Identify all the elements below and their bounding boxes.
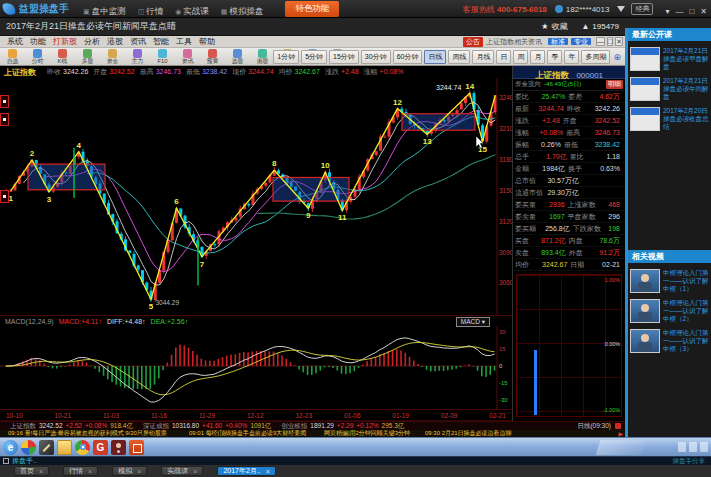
refresh-icon[interactable] <box>615 423 621 429</box>
mode-button[interactable]: 专业 <box>571 38 591 45</box>
titlebar-menu[interactable]: ▦模拟操盘 <box>221 6 264 18</box>
period-button[interactable]: 年 <box>564 50 579 64</box>
video-item[interactable]: 2017年2月20日操盘必读收盘总结 <box>630 107 709 131</box>
ticker-item[interactable]: 09:01 每经|顶级操盘手盘前必读9大财经要闻 <box>189 430 306 437</box>
toolbar-button[interactable]: 多股 <box>75 48 100 65</box>
video-thumbnail[interactable] <box>630 299 660 323</box>
toolbar-button[interactable]: 主力 <box>125 48 150 65</box>
taskbar-icon-folder[interactable] <box>57 440 72 455</box>
menu-item[interactable]: 智能 <box>153 37 169 46</box>
menu-item[interactable]: 功能 <box>30 37 46 46</box>
maximize-button[interactable]: □ <box>689 7 694 16</box>
ticker-more-icon[interactable]: ▶ <box>618 430 623 437</box>
bottom-tab[interactable]: 实战课× <box>161 466 203 476</box>
favorite-button[interactable]: ★收藏 <box>541 21 567 32</box>
feature-button[interactable]: 特色功能 <box>285 1 339 17</box>
toolbar-button[interactable]: K线 <box>50 48 75 65</box>
titlebar-menu[interactable]: ▣盘中监测 <box>83 6 126 18</box>
toolbar-button[interactable]: 分时 <box>25 48 50 65</box>
taskbar-icon-pencil[interactable] <box>39 440 54 455</box>
notice-badge[interactable]: 公告 <box>463 37 483 47</box>
video-thumbnail[interactable] <box>630 107 660 131</box>
taskbar-icon-msn[interactable] <box>21 440 36 455</box>
video-item[interactable]: 2017年2月21日操盘必读午间解盘 <box>630 77 709 101</box>
period-button[interactable]: 周线 <box>448 50 470 64</box>
tray-icon[interactable] <box>678 442 686 452</box>
period-button[interactable]: 1分钟 <box>273 50 299 64</box>
toolbar-button[interactable]: F10 <box>150 48 175 65</box>
taskbar-icon-person[interactable] <box>111 440 126 455</box>
period-button[interactable]: 季 <box>547 50 562 64</box>
toolbar-button[interactable]: 自选 <box>0 48 25 65</box>
inner-minimize-button[interactable]: — <box>596 37 605 46</box>
skin-selector[interactable]: 经典 <box>631 3 653 15</box>
period-button[interactable]: 多周期 <box>581 50 610 64</box>
gear-icon[interactable]: ⊕ <box>613 52 621 62</box>
tab-close-icon[interactable]: × <box>193 468 197 475</box>
macd-pane[interactable]: MACD(12,24,9) MACD:+4.11↑ DIFF:+4.48↑ DE… <box>0 316 512 410</box>
indicator-selector[interactable]: MACD ▾ <box>456 317 490 327</box>
menu-item[interactable]: 分析 <box>84 37 100 46</box>
index-quote[interactable]: 深证成指10316.80+41.60+0.40%1091亿 <box>143 422 271 431</box>
period-button[interactable]: 周 <box>513 50 528 64</box>
video-thumbnail[interactable] <box>630 329 660 353</box>
menu-item[interactable]: 资讯 <box>130 37 146 46</box>
video-item[interactable]: 2017年2月21日操盘必读早盘解盘 <box>630 47 709 71</box>
inner-close-button[interactable]: ✕ <box>615 37 623 46</box>
video-item[interactable]: 中枢理论入门第一——认识了解中枢（3） <box>630 329 709 353</box>
chevron-down-icon[interactable]: ▾ <box>665 7 669 16</box>
video-thumbnail[interactable] <box>630 269 660 293</box>
bottom-tab[interactable]: 行情× <box>63 466 98 476</box>
period-button[interactable]: 月线 <box>472 50 494 64</box>
tab-close-icon[interactable]: × <box>39 468 43 475</box>
video-item[interactable]: 中枢理论入门第一——认识了解中枢（2） <box>630 299 709 323</box>
period-button[interactable]: 60分钟 <box>393 50 423 64</box>
user-account[interactable]: 182****4013 <box>555 5 610 14</box>
period-button[interactable]: 5分钟 <box>301 50 327 64</box>
ticker-item[interactable]: 网页精编|用2分钟回顾关键3分钟 <box>324 430 410 437</box>
toolbar-button[interactable]: 资金 <box>100 48 125 65</box>
index-quote[interactable]: 上证指数3242.52+2.52+0.08%918.4亿 <box>10 422 133 431</box>
titlebar-menu[interactable]: ◫行情 <box>138 6 164 18</box>
taskbar-icon-ie[interactable]: e <box>3 440 18 455</box>
video-item[interactable]: 中枢理论入门第一——认识了解中枢（1） <box>630 269 709 293</box>
taskbar-icon-chrome[interactable] <box>75 440 90 455</box>
menu-item[interactable]: 工具 <box>176 37 192 46</box>
mode-button[interactable]: 标准 <box>548 38 568 45</box>
period-button[interactable]: 30分钟 <box>361 50 391 64</box>
toolbar-button[interactable]: 预警 <box>200 48 225 65</box>
titlebar-menu[interactable]: ◉实战课 <box>175 6 209 18</box>
tab-close-icon[interactable]: × <box>266 468 270 475</box>
video-thumbnail[interactable] <box>630 47 660 71</box>
taskbar-icon-app[interactable] <box>129 440 144 455</box>
bottom-tab[interactable]: 2017年2月..× <box>217 466 275 476</box>
menu-item[interactable]: 系统 <box>7 37 23 46</box>
bottom-tab[interactable]: 首页× <box>14 466 49 476</box>
menu-item[interactable]: 港股 <box>107 37 123 46</box>
toolbar-button[interactable]: 选股 <box>225 48 250 65</box>
video-thumbnail[interactable] <box>630 77 660 101</box>
inner-maximize-button[interactable]: □ <box>607 37 613 46</box>
ticker-item[interactable]: 09:30 2月21日操盘必读边看边聊 <box>425 430 511 437</box>
ticker-item[interactable]: 09:16 量!每日严选:最容易被忽视的获利模式 9/20只异动股票 <box>8 430 167 437</box>
tab-close-icon[interactable]: × <box>88 468 92 475</box>
bottom-tab[interactable]: 模拟× <box>112 466 147 476</box>
period-button[interactable]: 月 <box>530 50 545 64</box>
close-button[interactable]: ✕ <box>700 7 707 16</box>
menu-item[interactable]: 帮助 <box>199 37 215 46</box>
menu-item[interactable]: 打新股 <box>53 37 77 46</box>
like-button[interactable]: ▲195479 <box>581 22 619 31</box>
fund-detail-button[interactable]: 明细 <box>606 80 623 89</box>
toolbar-button[interactable]: 资讯 <box>175 48 200 65</box>
filter-icon[interactable] <box>617 6 625 12</box>
kline-chart[interactable]: 1234567891011121314153244.743044.2932403… <box>0 78 512 316</box>
period-button[interactable]: 日 <box>496 50 511 64</box>
minimize-button[interactable]: — <box>675 7 683 16</box>
tray-icon[interactable] <box>700 442 708 452</box>
tray-icon[interactable] <box>689 442 697 452</box>
period-button[interactable]: 15分钟 <box>329 50 359 64</box>
tab-close-icon[interactable]: × <box>137 468 141 475</box>
taskbar-icon-g[interactable]: G <box>93 440 108 455</box>
index-quote[interactable]: 创业板指1891.29+2.29+0.12%295.3亿 <box>281 422 404 431</box>
period-button[interactable]: 日线 <box>424 50 446 64</box>
